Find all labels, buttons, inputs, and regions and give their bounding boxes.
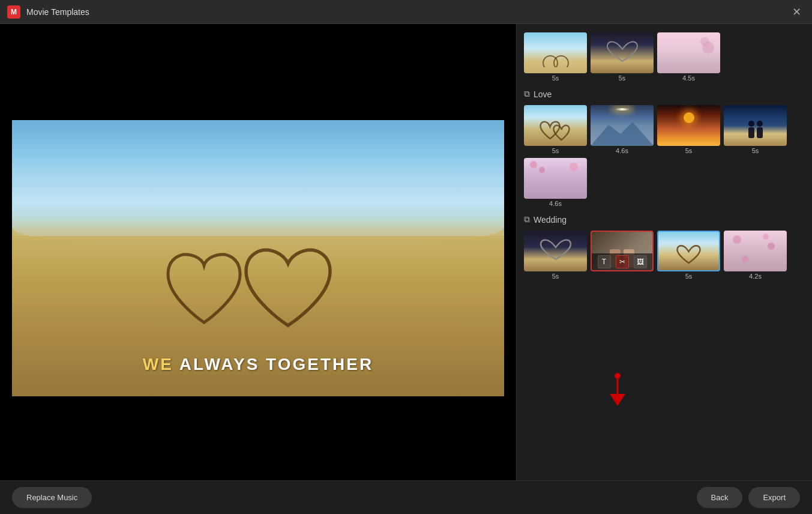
title-bar: M Movie Templates ✕ [0,0,812,24]
red-arrow-indicator [603,371,633,410]
thumbnail-item[interactable]: 4.2s [724,231,787,280]
svg-point-6 [554,56,568,67]
cut-icon[interactable]: ✂ [616,255,629,268]
thumb-image [591,32,654,73]
thumbnail-item[interactable]: 4.6s [591,105,654,154]
love-thumbnails-grid: 5s 4.6s 5s 5s [524,105,805,207]
video-subtitle: WE ALWAYS TOGETHER [12,355,504,374]
thumb-image [657,105,720,146]
thumbnail-item[interactable]: 5s [524,32,587,82]
thumb-image [657,231,720,271]
window-title: Movie Templates [26,7,788,17]
heart-right [246,250,330,325]
love-section-label: Love [534,89,552,99]
thumbnail-item[interactable]: 4.6s [524,158,587,207]
thumb-image-selected: T ✂ 🖼 [591,231,654,271]
thumb-duration: 5s [724,147,787,154]
thumb-duration: 5s [524,273,587,280]
svg-rect-11 [757,127,763,138]
thumb-duration: 4.5s [657,74,720,82]
copy-icon: ⧉ [524,89,530,99]
thumb-image [724,231,787,271]
thumbnail-item[interactable]: 4.5s [657,32,720,82]
svg-marker-13 [610,394,625,406]
left-panel: WE ALWAYS TOGETHER ▶ [0,24,516,514]
subtitle-highlight: WE [143,355,173,373]
right-panel[interactable]: 5s 5s 4.5s ⧉ Love [516,24,812,514]
sky-layer [12,120,504,203]
right-buttons: Back Export [697,487,800,508]
thumb-duration: 5s [524,147,587,154]
sand-hearts-svg [156,214,360,346]
back-button[interactable]: Back [697,487,743,508]
export-button[interactable]: Export [748,487,800,508]
thumbnail-item-selected-2[interactable]: 5s [657,231,720,280]
wedding-section-label: Wedding [534,215,567,225]
svg-point-5 [543,56,558,67]
thumbnail-item[interactable]: 5s [524,105,587,154]
video-container: WE ALWAYS TOGETHER [0,24,516,486]
thumbnail-item-selected[interactable]: T ✂ 🖼 [591,231,654,280]
thumb-image [524,231,587,271]
thumb-image [657,32,720,73]
svg-point-14 [615,373,621,379]
love-section-header: ⧉ Love [524,89,805,99]
thumb-duration: 5s [591,74,654,82]
svg-marker-7 [591,122,654,146]
thumb-image [524,32,587,73]
heart-left [168,255,240,322]
thumb-image [524,158,587,199]
thumb-duration: 5s [657,147,720,154]
wedding-thumbnails-grid: 5s T ✂ 🖼 [524,231,805,280]
thumb-duration: 5s [524,74,587,82]
subtitle-rest: ALWAYS TOGETHER [173,355,373,373]
bottom-bar: Replace Music Back Export [0,480,812,514]
wedding-section-header: ⧉ Wedding [524,214,805,225]
thumbnail-item[interactable]: 5s [591,32,654,82]
thumb-image [724,105,787,146]
thumb-image [524,105,587,146]
video-scene: WE ALWAYS TOGETHER [12,120,504,396]
thumb-duration: 4.2s [724,273,787,280]
top-thumbnails-grid: 5s 5s 4.5s [524,32,805,82]
svg-rect-9 [748,127,754,138]
thumbnail-item[interactable]: 5s [724,105,787,154]
copy-icon-2: ⧉ [524,214,530,225]
thumb-duration: 4.6s [591,147,654,154]
thumb-duration: 4.6s [524,200,587,207]
svg-point-10 [757,121,763,127]
thumb-image [591,105,654,146]
image-replace-icon[interactable]: 🖼 [634,255,647,268]
thumb-overlay: T ✂ 🖼 [592,253,652,270]
thumbnail-item[interactable]: 5s [524,231,587,280]
text-edit-icon[interactable]: T [598,255,611,268]
main-layout: WE ALWAYS TOGETHER ▶ [0,24,812,514]
close-button[interactable]: ✕ [788,4,805,20]
thumbnail-item[interactable]: 5s [657,105,720,154]
thumb-duration: 5s [657,273,720,280]
replace-music-button[interactable]: Replace Music [12,487,92,508]
svg-point-8 [748,121,754,127]
app-logo: M [7,5,20,19]
